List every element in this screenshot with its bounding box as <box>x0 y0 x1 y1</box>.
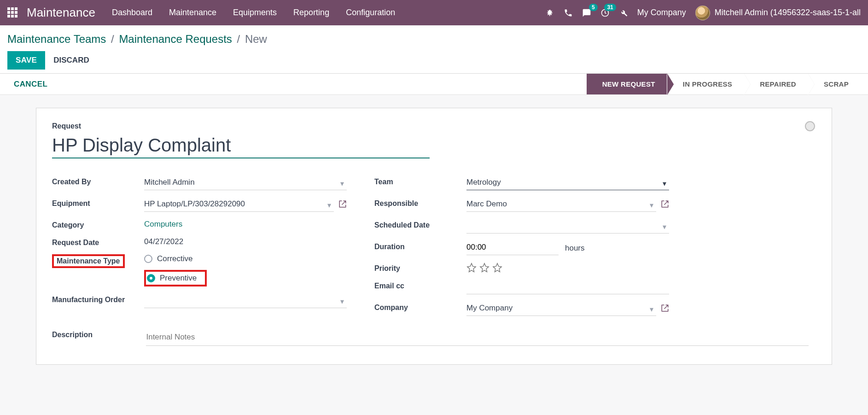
cancel-button[interactable]: CANCEL <box>14 80 47 89</box>
menu-reporting[interactable]: Reporting <box>293 8 329 18</box>
status-steps: NEW REQUEST IN PROGRESS REPAIRED SCRAP <box>587 74 861 94</box>
label-email-cc: Email cc <box>374 276 466 298</box>
kanban-state-selector[interactable] <box>805 121 815 131</box>
label-team: Team <box>374 172 466 194</box>
category-link[interactable]: Computers <box>144 220 182 228</box>
star-icon[interactable] <box>479 263 489 273</box>
control-panel: Maintenance Teams / Maintenance Requests… <box>0 25 868 74</box>
label-created-by: Created By <box>52 172 144 194</box>
external-link-icon[interactable] <box>661 200 669 210</box>
avatar <box>695 6 710 20</box>
label-company: Company <box>374 298 466 320</box>
menu-equipments[interactable]: Equipments <box>233 8 277 18</box>
status-scrap[interactable]: SCRAP <box>808 74 861 94</box>
label-category: Category <box>52 216 144 233</box>
maintenance-type-radio-group: Corrective Preventive <box>144 254 347 286</box>
app-brand[interactable]: Maintenance <box>27 6 95 20</box>
duration-unit: hours <box>565 244 585 253</box>
star-icon[interactable] <box>466 263 477 273</box>
activities-badge: 31 <box>604 4 616 11</box>
status-new-request[interactable]: NEW REQUEST <box>587 74 667 94</box>
external-link-icon[interactable] <box>661 304 669 314</box>
bug-icon[interactable] <box>545 8 554 18</box>
breadcrumb-requests[interactable]: Maintenance Requests <box>119 33 232 45</box>
messages-badge: 5 <box>589 4 598 11</box>
duration-input[interactable] <box>466 241 559 255</box>
tools-icon[interactable] <box>619 8 628 18</box>
label-request-date: Request Date <box>52 233 144 251</box>
label-responsible: Responsible <box>374 194 466 216</box>
breadcrumb-current: New <box>245 33 267 45</box>
form-sheet: Request Created By ▾ <box>36 108 832 365</box>
username: Mitchell Admin (14956322-saas-15-1-all <box>715 8 861 18</box>
status-bar: CANCEL NEW REQUEST IN PROGRESS REPAIRED … <box>0 74 868 95</box>
status-in-progress[interactable]: IN PROGRESS <box>667 74 745 94</box>
label-equipment: Equipment <box>52 194 144 216</box>
menu-dashboard[interactable]: Dashboard <box>112 8 152 18</box>
label-scheduled-date: Scheduled Date <box>374 216 466 237</box>
breadcrumb: Maintenance Teams / Maintenance Requests… <box>7 33 861 46</box>
scheduled-date-input[interactable] <box>466 219 669 234</box>
company-input[interactable] <box>466 302 656 316</box>
external-link-icon[interactable] <box>338 200 347 210</box>
priority-stars[interactable] <box>466 263 669 273</box>
menu-configuration[interactable]: Configuration <box>346 8 395 18</box>
request-name-label: Request <box>52 122 816 130</box>
request-name-input[interactable] <box>52 134 430 158</box>
save-button[interactable]: SAVE <box>7 51 45 70</box>
company-selector[interactable]: My Company <box>637 8 686 18</box>
label-priority: Priority <box>374 259 466 276</box>
discard-button[interactable]: DISCARD <box>53 56 89 65</box>
star-icon[interactable] <box>492 263 502 273</box>
messages-icon[interactable]: 5 <box>582 8 591 18</box>
request-date-value: 04/27/2022 <box>144 237 183 246</box>
manufacturing-order-input[interactable] <box>144 294 347 308</box>
apps-icon[interactable] <box>7 7 18 18</box>
menu-maintenance[interactable]: Maintenance <box>169 8 216 18</box>
label-duration: Duration <box>374 237 466 259</box>
team-input[interactable] <box>466 176 669 190</box>
label-manufacturing-order: Manufacturing Order <box>52 290 144 312</box>
responsible-input[interactable] <box>466 198 656 212</box>
radio-preventive[interactable]: Preventive <box>147 274 197 283</box>
navbar: Maintenance Dashboard Maintenance Equipm… <box>0 0 868 25</box>
description-input[interactable] <box>146 331 809 346</box>
equipment-input[interactable] <box>144 198 334 212</box>
email-cc-input[interactable] <box>466 280 669 294</box>
label-description: Description <box>52 331 144 339</box>
activities-icon[interactable]: 31 <box>600 8 610 18</box>
main-menu: Dashboard Maintenance Equipments Reporti… <box>112 8 395 18</box>
label-maintenance-type: Maintenance Type <box>52 254 125 268</box>
phone-icon[interactable] <box>564 8 573 18</box>
user-menu[interactable]: Mitchell Admin (14956322-saas-15-1-all <box>695 6 861 20</box>
breadcrumb-teams[interactable]: Maintenance Teams <box>7 33 106 45</box>
created-by-input[interactable] <box>144 176 347 190</box>
radio-corrective[interactable]: Corrective <box>144 254 347 263</box>
status-repaired[interactable]: REPAIRED <box>744 74 808 94</box>
